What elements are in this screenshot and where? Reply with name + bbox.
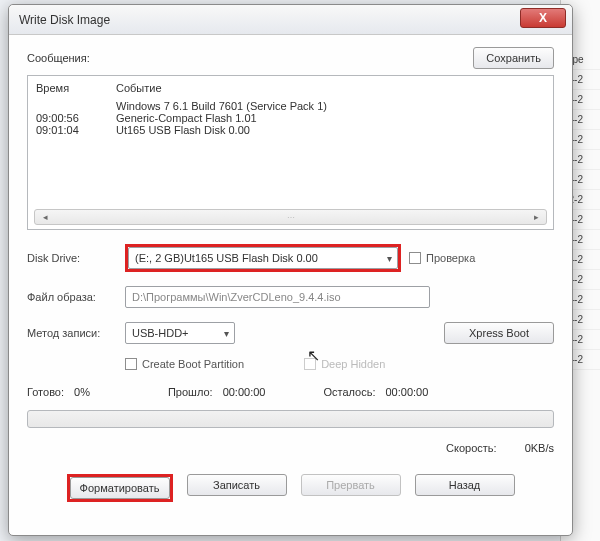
remaining-value: 00:00:00	[386, 386, 429, 398]
verify-checkbox[interactable]: Проверка	[409, 252, 475, 264]
elapsed-value: 00:00:00	[223, 386, 266, 398]
deep-hidden-checkbox: Deep Hidden	[304, 358, 385, 370]
checkbox-icon	[409, 252, 421, 264]
close-icon: X	[539, 11, 547, 25]
ready-value: 0%	[74, 386, 90, 398]
write-method-label: Метод записи:	[27, 327, 117, 339]
scroll-right-icon[interactable]: ▸	[529, 211, 543, 223]
write-disk-image-dialog: Write Disk Image X Сообщения: Сохранить …	[8, 4, 573, 536]
col-event-header: Событие	[116, 82, 162, 94]
speed-value: 0KB/s	[525, 442, 554, 454]
write-method-select[interactable]: USB-HDD+	[125, 322, 235, 344]
log-row: 09:01:04Ut165 USB Flash Disk 0.00	[36, 124, 545, 136]
write-button[interactable]: Записать	[187, 474, 287, 496]
file-image-field[interactable]: D:\Программы\Win\ZverCDLeno_9.4.4.iso	[125, 286, 430, 308]
format-button[interactable]: Форматировать	[70, 477, 170, 499]
titlebar[interactable]: Write Disk Image X	[9, 5, 572, 35]
horizontal-scrollbar[interactable]: ◂ ⋯ ▸	[34, 209, 547, 225]
back-button[interactable]: Назад	[415, 474, 515, 496]
abort-button: Прервать	[301, 474, 401, 496]
save-button[interactable]: Сохранить	[473, 47, 554, 69]
scroll-left-icon[interactable]: ◂	[38, 211, 52, 223]
checkbox-icon	[304, 358, 316, 370]
remaining-label: Осталось:	[323, 386, 375, 398]
elapsed-label: Прошло:	[168, 386, 213, 398]
disk-drive-label: Disk Drive:	[27, 252, 117, 264]
progress-bar	[27, 410, 554, 428]
create-boot-partition-checkbox[interactable]: Create Boot Partition	[125, 358, 244, 370]
log-row: 09:00:56Generic-Compact Flash 1.01	[36, 112, 545, 124]
log-row: Windows 7 6.1 Build 7601 (Service Pack 1…	[36, 100, 545, 112]
ready-label: Готово:	[27, 386, 64, 398]
window-title: Write Disk Image	[19, 13, 520, 27]
disk-drive-select[interactable]: (E:, 2 GB)Ut165 USB Flash Disk 0.00	[128, 247, 398, 269]
speed-label: Скорость:	[446, 442, 497, 454]
close-button[interactable]: X	[520, 8, 566, 28]
checkbox-icon	[125, 358, 137, 370]
col-time-header: Время	[36, 82, 116, 94]
file-image-label: Файл образа:	[27, 291, 117, 303]
messages-label: Сообщения:	[27, 52, 90, 64]
xpress-boot-button[interactable]: Xpress Boot	[444, 322, 554, 344]
scroll-track[interactable]: ⋯	[52, 213, 529, 222]
log-area: Время Событие Windows 7 6.1 Build 7601 (…	[27, 75, 554, 230]
